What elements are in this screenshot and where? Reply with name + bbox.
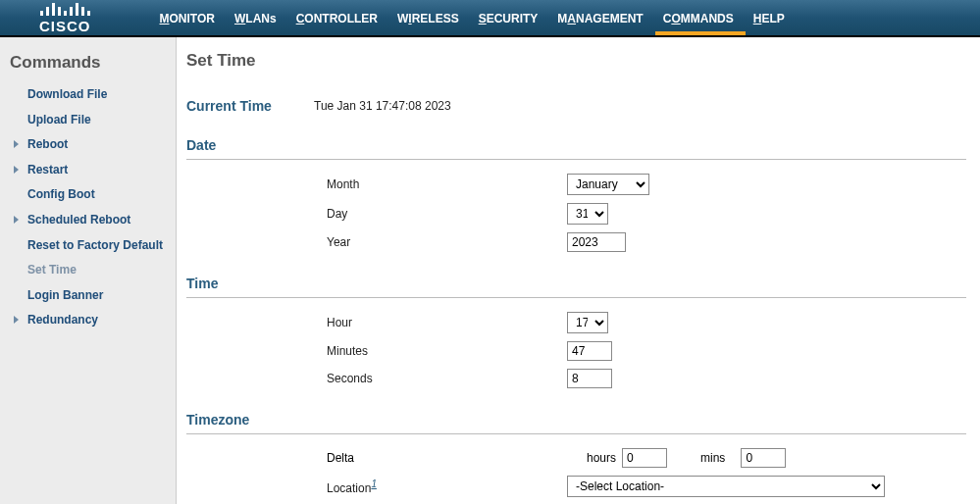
- content-area: Set Time Current Time Tue Jan 31 17:47:0…: [177, 37, 980, 504]
- sidebar: Commands Download File Upload File Reboo…: [0, 37, 177, 504]
- section-date-heading: Date: [186, 137, 966, 160]
- nav-wlans[interactable]: WLANs: [234, 2, 277, 33]
- day-select[interactable]: 31: [567, 203, 608, 225]
- current-time-value: Tue Jan 31 17:47:08 2023: [314, 99, 451, 113]
- delta-mins-label: mins: [700, 451, 725, 465]
- hour-select[interactable]: 17: [567, 312, 608, 333]
- sidebar-item-scheduled-reboot[interactable]: Scheduled Reboot: [12, 208, 176, 233]
- nav-help[interactable]: HELP: [753, 2, 785, 33]
- day-label: Day: [327, 207, 567, 221]
- nav-management[interactable]: MANAGEMENT: [557, 2, 643, 33]
- cisco-logo-text: CISCO: [39, 18, 91, 34]
- cisco-logo-bars: [40, 2, 90, 16]
- current-time-label: Current Time: [186, 98, 314, 114]
- sidebar-item-restart[interactable]: Restart: [12, 158, 176, 183]
- month-select[interactable]: January: [567, 174, 649, 195]
- sidebar-item-upload-file[interactable]: Upload File: [12, 108, 176, 133]
- seconds-input[interactable]: [567, 369, 612, 388]
- sidebar-item-set-time[interactable]: Set Time: [12, 258, 176, 283]
- hour-label: Hour: [327, 316, 567, 329]
- year-input[interactable]: [567, 232, 626, 252]
- seconds-label: Seconds: [327, 372, 567, 385]
- sidebar-item-reboot[interactable]: Reboot: [12, 132, 176, 158]
- location-select[interactable]: -Select Location-: [567, 476, 885, 497]
- nav-security[interactable]: SECURITY: [479, 2, 539, 33]
- sidebar-item-login-banner[interactable]: Login Banner: [12, 283, 176, 309]
- sidebar-title: Commands: [0, 49, 176, 82]
- main-nav: MONITOR WLANs CONTROLLER WIRELESS SECURI…: [160, 0, 785, 35]
- delta-hours-input[interactable]: [622, 448, 667, 468]
- location-label: Location1: [327, 479, 567, 495]
- month-label: Month: [327, 177, 567, 191]
- section-time-heading: Time: [186, 276, 966, 298]
- sidebar-item-redundancy[interactable]: Redundancy: [12, 308, 176, 333]
- top-nav-bar: CISCO MONITOR WLANs CONTROLLER WIRELESS …: [0, 0, 980, 37]
- sidebar-item-download-file[interactable]: Download File: [12, 82, 176, 108]
- sidebar-item-config-boot[interactable]: Config Boot: [12, 182, 176, 208]
- year-label: Year: [327, 235, 567, 249]
- sidebar-menu: Download File Upload File Reboot Restart…: [0, 82, 176, 333]
- delta-mins-input[interactable]: [741, 448, 786, 468]
- nav-commands[interactable]: COMMANDS: [663, 2, 734, 33]
- section-timezone-heading: Timezone: [186, 412, 966, 434]
- minutes-label: Minutes: [327, 344, 567, 358]
- location-footnote[interactable]: 1: [371, 479, 377, 489]
- delta-label: Delta: [327, 451, 567, 465]
- nav-monitor[interactable]: MONITOR: [160, 2, 215, 33]
- cisco-logo: CISCO: [39, 2, 91, 34]
- nav-wireless[interactable]: WIRELESS: [397, 2, 459, 33]
- nav-controller[interactable]: CONTROLLER: [296, 2, 378, 33]
- delta-hours-label: hours: [587, 451, 616, 465]
- sidebar-item-reset-factory[interactable]: Reset to Factory Default: [12, 233, 176, 259]
- minutes-input[interactable]: [567, 341, 612, 361]
- page-title: Set Time: [186, 51, 966, 71]
